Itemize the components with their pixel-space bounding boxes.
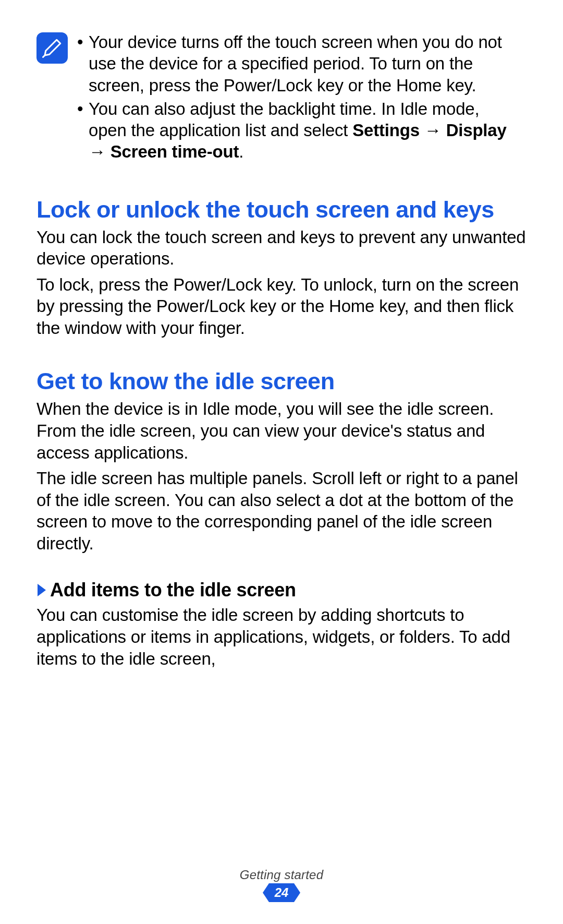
body-paragraph: To lock, press the Power/Lock key. To un… [36, 274, 527, 339]
note-text: You can also adjust the backlight time. … [89, 98, 521, 163]
bullet-dot: • [77, 31, 89, 96]
page-footer: Getting started 24 [0, 868, 563, 902]
note-block: • Your device turns off the touch screen… [36, 31, 527, 165]
body-paragraph: You can lock the touch screen and keys t… [36, 226, 527, 270]
section-heading-lock: Lock or unlock the touch screen and keys [36, 196, 527, 223]
bold-text: Settings [352, 121, 420, 140]
body-paragraph: When the device is in Idle mode, you wil… [36, 398, 527, 463]
note-text: Your device turns off the touch screen w… [89, 31, 521, 96]
subsection-add-items: Add items to the idle screen [36, 579, 527, 601]
bullet-dot: • [77, 98, 89, 163]
page-number: 24 [269, 883, 294, 902]
bold-text: Screen time-out [111, 142, 239, 161]
svg-marker-0 [38, 584, 46, 596]
bold-text: Display [446, 121, 507, 140]
caret-right-icon [36, 583, 47, 597]
section-heading-idle: Get to know the idle screen [36, 368, 527, 395]
subsection-title: Add items to the idle screen [50, 579, 296, 601]
footer-section-label: Getting started [0, 868, 563, 882]
body-paragraph: The idle screen has multiple panels. Scr… [36, 467, 527, 554]
note-bullet: • Your device turns off the touch screen… [77, 31, 521, 96]
pencil-note-icon [36, 32, 68, 64]
note-bullet: • You can also adjust the backlight time… [77, 98, 521, 163]
body-paragraph: You can customise the idle screen by add… [36, 604, 527, 669]
section-idle: Get to know the idle screen When the dev… [36, 368, 527, 669]
page-content: • Your device turns off the touch screen… [0, 0, 563, 669]
page-number-badge: 24 [0, 883, 563, 902]
note-bullets: • Your device turns off the touch screen… [77, 31, 527, 165]
